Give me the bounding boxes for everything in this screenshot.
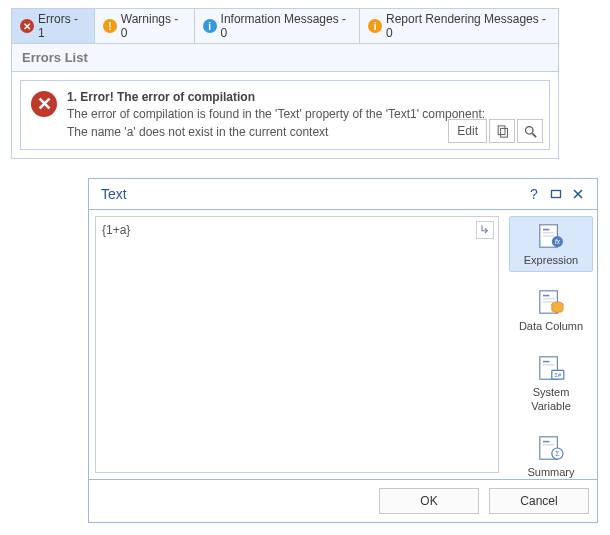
option-system-variable-label-2: Variable: [531, 400, 571, 413]
editor-wrap: [89, 210, 505, 479]
help-button[interactable]: ?: [523, 185, 545, 203]
svg-text:fx: fx: [555, 238, 561, 245]
option-summary-label: Summary: [527, 466, 574, 479]
tab-render[interactable]: i Report Rendering Messages - 0: [359, 9, 558, 43]
close-icon: [572, 188, 584, 200]
svg-rect-1: [500, 128, 507, 137]
tab-info[interactable]: i Information Messages - 0: [194, 9, 359, 43]
tab-warnings[interactable]: ! Warnings - 0: [94, 9, 194, 43]
dialog-titlebar[interactable]: Text ?: [89, 179, 597, 209]
tab-info-label: Information Messages - 0: [221, 12, 351, 40]
tab-render-label: Report Rendering Messages - 0: [386, 12, 550, 40]
search-button[interactable]: [517, 119, 543, 143]
option-system-variable[interactable]: Σ# System Variable: [509, 348, 593, 417]
svg-line-3: [532, 133, 536, 137]
error-icon: ✕: [20, 19, 34, 33]
tab-errors-label: Errors - 1: [38, 12, 86, 40]
data-column-icon: [534, 287, 568, 317]
error-actions: Edit: [448, 119, 543, 143]
dialog-body: fx Expression Data Column: [89, 209, 597, 480]
search-icon: [523, 124, 538, 139]
report-icon: i: [368, 19, 382, 33]
option-summary[interactable]: Σ Summary: [509, 428, 593, 480]
info-icon: i: [203, 19, 217, 33]
system-variable-icon: Σ#: [534, 353, 568, 383]
text-input[interactable]: [96, 217, 498, 472]
maximize-button[interactable]: [545, 185, 567, 203]
svg-rect-4: [552, 191, 561, 198]
option-data-column-label: Data Column: [519, 320, 583, 333]
tab-errors[interactable]: ✕ Errors - 1: [12, 9, 94, 43]
edit-button[interactable]: Edit: [448, 119, 487, 143]
warning-icon: !: [103, 19, 117, 33]
errors-list-body: ✕ 1. Error! The error of compilation The…: [12, 72, 558, 158]
insert-arrow-icon: [479, 224, 491, 236]
error-item[interactable]: ✕ 1. Error! The error of compilation The…: [20, 80, 550, 150]
close-button[interactable]: [567, 185, 589, 203]
copy-button[interactable]: [489, 119, 515, 143]
text-editor-dialog: Text ?: [88, 178, 598, 523]
error-heading: 1. Error! The error of compilation: [67, 89, 539, 106]
ok-button[interactable]: OK: [379, 488, 479, 514]
message-tabs: ✕ Errors - 1 ! Warnings - 0 i Informatio…: [12, 9, 558, 44]
svg-text:Σ#: Σ#: [555, 372, 562, 378]
option-data-column[interactable]: Data Column: [509, 282, 593, 338]
summary-icon: Σ: [534, 433, 568, 463]
error-badge-icon: ✕: [31, 91, 57, 117]
option-system-variable-label-1: System: [533, 386, 570, 399]
errors-panel: ✕ Errors - 1 ! Warnings - 0 i Informatio…: [11, 8, 559, 159]
cancel-button[interactable]: Cancel: [489, 488, 589, 514]
option-expression[interactable]: fx Expression: [509, 216, 593, 272]
editor-side-options: fx Expression Data Column: [505, 210, 597, 479]
option-expression-label: Expression: [524, 254, 578, 267]
insert-button[interactable]: [476, 221, 494, 239]
svg-rect-0: [498, 126, 505, 135]
svg-text:Σ: Σ: [555, 449, 560, 458]
dialog-footer: OK Cancel: [89, 480, 597, 522]
svg-point-2: [525, 126, 533, 134]
dialog-title: Text: [101, 186, 523, 202]
text-editor: [95, 216, 499, 473]
tab-warnings-label: Warnings - 0: [121, 12, 186, 40]
copy-icon: [495, 124, 510, 139]
expression-icon: fx: [534, 221, 568, 251]
errors-list-title: Errors List: [12, 44, 558, 72]
maximize-icon: [550, 188, 562, 200]
